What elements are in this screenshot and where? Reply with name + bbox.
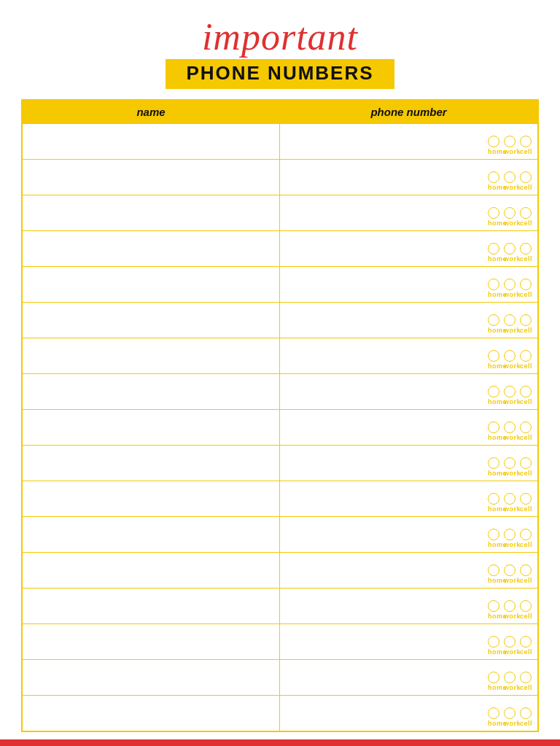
name-cell[interactable] xyxy=(23,267,280,302)
name-cell[interactable] xyxy=(23,660,280,695)
type-circle[interactable] xyxy=(488,171,499,183)
hwc-label: home xyxy=(488,184,499,191)
name-cell[interactable] xyxy=(23,553,280,588)
hwc-labels: homeworkcell xyxy=(488,577,532,584)
type-circle[interactable] xyxy=(488,386,499,397)
type-circle[interactable] xyxy=(520,564,532,576)
hwc-label: work xyxy=(504,505,516,513)
type-circle[interactable] xyxy=(504,600,516,612)
type-circle[interactable] xyxy=(520,457,532,469)
type-circle[interactable] xyxy=(504,457,516,469)
phone-cell: homeworkcell xyxy=(280,410,537,445)
type-circle[interactable] xyxy=(488,707,499,719)
circles-row xyxy=(488,600,532,612)
type-circle[interactable] xyxy=(488,600,499,612)
hwc-label: cell xyxy=(520,470,532,477)
type-circle[interactable] xyxy=(488,243,499,255)
type-circle[interactable] xyxy=(504,386,516,397)
type-circle[interactable] xyxy=(520,421,532,433)
type-circle[interactable] xyxy=(520,493,532,505)
name-cell[interactable] xyxy=(23,124,280,159)
type-circle[interactable] xyxy=(488,457,499,469)
hwc-label: cell xyxy=(520,720,532,727)
type-circle[interactable] xyxy=(504,564,516,576)
type-circle[interactable] xyxy=(504,314,516,326)
hwc-labels: homeworkcell xyxy=(488,255,532,263)
type-circle[interactable] xyxy=(504,207,516,219)
type-circle[interactable] xyxy=(488,350,499,362)
name-cell[interactable] xyxy=(23,446,280,481)
hwc-label: home xyxy=(488,219,499,227)
type-circle[interactable] xyxy=(520,672,532,683)
hwc-labels: homeworkcell xyxy=(488,470,532,477)
name-cell[interactable] xyxy=(23,338,280,373)
name-cell[interactable] xyxy=(23,303,280,338)
type-circle[interactable] xyxy=(504,136,516,147)
hwc-label: work xyxy=(504,327,516,334)
title-block: PHONE NUMBERS xyxy=(166,59,394,89)
hwc-label: work xyxy=(504,362,516,370)
type-circle[interactable] xyxy=(488,279,499,290)
circles-row xyxy=(488,457,532,469)
type-circle[interactable] xyxy=(520,279,532,290)
type-circle[interactable] xyxy=(488,636,499,648)
type-circle[interactable] xyxy=(504,529,516,540)
name-cell[interactable] xyxy=(23,410,280,445)
type-circle[interactable] xyxy=(504,672,516,683)
type-circle[interactable] xyxy=(488,529,499,540)
type-circle[interactable] xyxy=(504,636,516,648)
table-row: homeworkcell xyxy=(23,195,537,230)
hwc-label: work xyxy=(504,541,516,548)
type-circle[interactable] xyxy=(520,600,532,612)
type-circle[interactable] xyxy=(520,350,532,362)
type-circle[interactable] xyxy=(504,493,516,505)
hwc-labels: homeworkcell xyxy=(488,505,532,513)
phone-cell: homeworkcell xyxy=(280,660,537,695)
type-circle[interactable] xyxy=(488,207,499,219)
type-circle[interactable] xyxy=(504,243,516,255)
hwc-label: cell xyxy=(520,648,532,656)
type-circle[interactable] xyxy=(520,529,532,540)
script-title: important xyxy=(202,16,358,58)
table-row: homeworkcell xyxy=(23,302,537,338)
type-circle[interactable] xyxy=(520,314,532,326)
phone-cell: homeworkcell xyxy=(280,517,537,552)
type-circle[interactable] xyxy=(488,136,499,147)
type-circle[interactable] xyxy=(520,171,532,183)
hwc-label: cell xyxy=(520,184,532,191)
type-circle[interactable] xyxy=(488,672,499,683)
table-row: homeworkcell xyxy=(23,695,537,731)
type-circle[interactable] xyxy=(504,707,516,719)
circles-row xyxy=(488,529,532,540)
hwc-label: home xyxy=(488,505,499,513)
type-circle[interactable] xyxy=(520,136,532,147)
hwc-label: work xyxy=(504,184,516,191)
type-circle[interactable] xyxy=(488,564,499,576)
type-circle[interactable] xyxy=(504,279,516,290)
name-cell[interactable] xyxy=(23,195,280,230)
name-cell[interactable] xyxy=(23,481,280,516)
type-circle[interactable] xyxy=(520,386,532,397)
type-circle[interactable] xyxy=(488,493,499,505)
type-circle[interactable] xyxy=(488,314,499,326)
circles-row xyxy=(488,243,532,255)
table-row: homeworkcell xyxy=(23,373,537,409)
name-cell[interactable] xyxy=(23,624,280,659)
name-cell[interactable] xyxy=(23,517,280,552)
hwc-label: cell xyxy=(520,219,532,227)
type-circle[interactable] xyxy=(504,171,516,183)
name-cell[interactable] xyxy=(23,160,280,195)
name-cell[interactable] xyxy=(23,231,280,266)
hwc-label: home xyxy=(488,720,499,727)
type-circle[interactable] xyxy=(520,707,532,719)
type-circle[interactable] xyxy=(504,350,516,362)
hwc-labels: homeworkcell xyxy=(488,148,532,155)
name-cell[interactable] xyxy=(23,588,280,623)
type-circle[interactable] xyxy=(520,243,532,255)
type-circle[interactable] xyxy=(520,207,532,219)
name-cell[interactable] xyxy=(23,374,280,409)
type-circle[interactable] xyxy=(488,421,499,433)
name-cell[interactable] xyxy=(23,696,280,731)
type-circle[interactable] xyxy=(520,636,532,648)
type-circle[interactable] xyxy=(504,421,516,433)
